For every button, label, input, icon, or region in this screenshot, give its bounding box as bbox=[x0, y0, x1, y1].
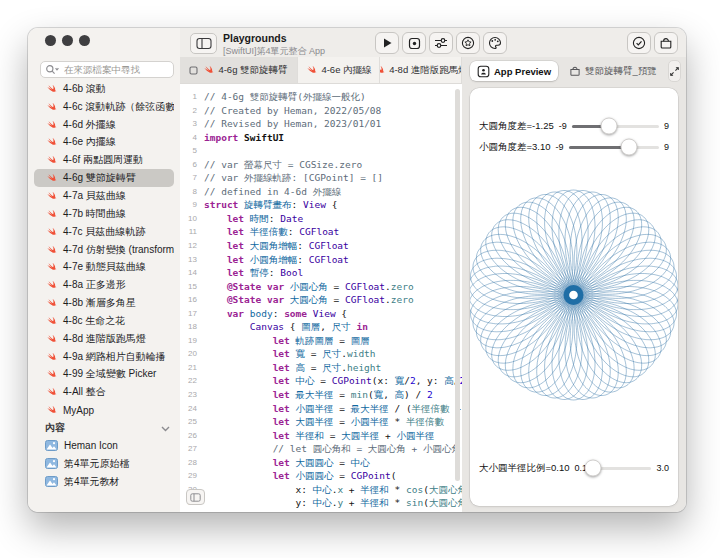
slider-thumb[interactable] bbox=[601, 118, 618, 135]
code-line: 28 let 大圓圓心 = 中心 bbox=[180, 456, 462, 470]
slider-thumb[interactable] bbox=[585, 460, 602, 477]
expand-icon bbox=[669, 66, 680, 77]
editor-tab-label: 4-6e 內擺線 bbox=[321, 64, 371, 77]
slider-max-label: 3.0 bbox=[656, 463, 669, 473]
sidebar-item-label: 4-7e 動態貝茲曲線 bbox=[63, 260, 146, 274]
slider-track[interactable] bbox=[569, 146, 659, 149]
traffic-light-close[interactable] bbox=[45, 35, 56, 46]
title-block: Playgrounds [SwiftUI]第4單元整合 App bbox=[223, 32, 325, 58]
titlebar: Playgrounds [SwiftUI]第4單元整合 App bbox=[180, 28, 686, 58]
line-number: 4 bbox=[180, 131, 197, 145]
sidebar-item[interactable]: 4-6b 滾動 bbox=[34, 80, 174, 98]
sidebar-item[interactable]: Heman Icon bbox=[34, 437, 174, 455]
sidebar-item-label: 4-7a 貝茲曲線 bbox=[63, 189, 126, 203]
line-number: 14 bbox=[180, 266, 197, 280]
line-number: 20 bbox=[180, 347, 197, 361]
chevron-down-icon bbox=[161, 425, 170, 432]
sidebar-item[interactable]: 4-7e 動態貝茲曲線 bbox=[34, 258, 174, 276]
sidebar-item[interactable]: 4-9a 網路相片自動輪播 bbox=[34, 348, 174, 366]
star-circle-icon bbox=[461, 36, 475, 50]
code-editor[interactable]: 1// 4-6g 雙節旋轉臂(外擺線一般化)2// Created by Hem… bbox=[180, 84, 462, 512]
sidebar-item[interactable]: 4-All 整合 bbox=[34, 383, 174, 401]
line-number: 16 bbox=[180, 293, 197, 307]
swift-icon bbox=[45, 333, 57, 345]
preview-file-tab-label: 雙節旋轉臂_預覽 bbox=[585, 65, 657, 78]
swift-icon bbox=[45, 261, 57, 273]
preview-file-tab[interactable]: 雙節旋轉臂_預覽 bbox=[562, 61, 664, 81]
project-box-button[interactable] bbox=[654, 32, 678, 54]
sidebar-item[interactable]: 第4單元原始檔 bbox=[34, 455, 174, 473]
slider-label: 大圓角度差=-1.25 bbox=[479, 120, 554, 133]
editor-scrollbar[interactable] bbox=[455, 89, 460, 481]
traffic-light-zoom[interactable] bbox=[79, 35, 90, 46]
sidebar-item[interactable]: 第4單元教材 bbox=[34, 473, 174, 491]
code-line: 1// 4-6g 雙節旋轉臂(外擺線一般化) bbox=[180, 90, 462, 104]
app-preview-tab[interactable]: App Preview bbox=[470, 61, 558, 81]
stop-preview-button[interactable] bbox=[402, 32, 426, 54]
slider-track[interactable] bbox=[592, 467, 651, 470]
palette-button[interactable] bbox=[483, 32, 507, 54]
check-circle-icon bbox=[632, 36, 646, 50]
sidebar-item[interactable]: 4-8b 漸層多角星 bbox=[34, 294, 174, 312]
editor-tab[interactable]: 4-6g 雙節旋轉臂 bbox=[180, 57, 298, 83]
sidebar-item[interactable]: 4-7d 仿射變換 (transform) bbox=[34, 241, 174, 259]
code-line: 18 Canvas { 圖層, 尺寸 in bbox=[180, 320, 462, 334]
validate-button[interactable] bbox=[627, 32, 651, 54]
preview-pane: App Preview 雙節旋轉臂_預覽 bbox=[462, 57, 686, 512]
sidebar-item[interactable]: 4-7a 貝茲曲線 bbox=[34, 187, 174, 205]
sidebar-search[interactable] bbox=[40, 61, 174, 78]
editor-tab[interactable]: 4-6e 內擺線 bbox=[298, 57, 380, 83]
content-section-header[interactable]: 內容 bbox=[45, 419, 170, 437]
code-line: 12 let 大圓角增幅: CGFloat bbox=[180, 239, 462, 253]
editor-tab-label: 4-6g 雙節旋轉臂 bbox=[218, 64, 287, 77]
sidebar-item[interactable]: 4-8c 生命之花 bbox=[34, 312, 174, 330]
editor-tab-label: 4-8d 進階版跑馬燈 bbox=[389, 64, 462, 77]
slider-label: 大小圓半徑比例=0.10 bbox=[479, 462, 570, 475]
code-line: 25 let 大圓半徑 = 小圓半徑 * 半徑倍數 bbox=[180, 415, 462, 429]
sidebar-item-label: 4-All 整合 bbox=[63, 385, 106, 399]
code-line: 4import SwiftUI bbox=[180, 131, 462, 145]
slider-row: 大小圓半徑比例=0.100.13.0 bbox=[479, 459, 669, 477]
editor-tab[interactable]: 4-8d 進階版跑馬燈 bbox=[380, 57, 462, 83]
line-number: 21 bbox=[180, 361, 197, 375]
line-number: 2 bbox=[180, 104, 197, 118]
sidebar-item[interactable]: MyApp bbox=[34, 401, 174, 419]
traffic-light-minimize[interactable] bbox=[62, 35, 73, 46]
sidebar-item[interactable]: 4-6g 雙節旋轉臂 bbox=[34, 169, 174, 187]
expand-preview-button[interactable] bbox=[668, 60, 681, 82]
sidebar-item[interactable]: 4-6e 內擺線 bbox=[34, 134, 174, 152]
slider-track[interactable] bbox=[572, 125, 659, 128]
line-number: 9 bbox=[180, 198, 197, 212]
sidebar-item-label: MyApp bbox=[63, 405, 94, 416]
editor-panel-toggle-button[interactable] bbox=[186, 489, 205, 505]
line-number: 12 bbox=[180, 239, 197, 253]
sidebar-item-label: 4-7c 貝茲曲線軌跡 bbox=[63, 225, 145, 239]
adjustments-button[interactable] bbox=[429, 32, 453, 54]
playgrounds-window: 4-6b 滾動4-6c 滾動軌跡（餘弦函數）4-6d 外擺線4-6e 內擺線4-… bbox=[28, 28, 686, 512]
slider-thumb[interactable] bbox=[621, 139, 638, 156]
project-box-icon bbox=[659, 36, 673, 50]
sidebar-item[interactable]: 4-6c 滾動軌跡（餘弦函數） bbox=[34, 98, 174, 116]
code-line: 20 let 寬 = 尺寸.width bbox=[180, 347, 462, 361]
app-subtitle: [SwiftUI]第4單元整合 App bbox=[223, 45, 325, 58]
run-button[interactable] bbox=[375, 32, 399, 54]
sidebar-item[interactable]: 4-6d 外擺線 bbox=[34, 116, 174, 134]
sidebar-item[interactable]: 4-7b 時間曲線 bbox=[34, 205, 174, 223]
sidebar-item[interactable]: 4-99 全域變數 Picker bbox=[34, 366, 174, 384]
sidebar-item[interactable]: 4-8d 進階版跑馬燈 bbox=[34, 330, 174, 348]
line-number: 22 bbox=[180, 374, 197, 388]
code-line: 17 var body: some View { bbox=[180, 307, 462, 321]
sidebar-item[interactable]: 4-8a 正多邊形 bbox=[34, 276, 174, 294]
sidebar-item[interactable]: 4-7c 貝茲曲線軌跡 bbox=[34, 223, 174, 241]
sidebar-item-label: 4-8b 漸層多角星 bbox=[63, 296, 136, 310]
sidebar-item[interactable]: 4-6f 兩點圓周運動 bbox=[34, 151, 174, 169]
sidebar-item-label: 4-6d 外擺線 bbox=[63, 118, 116, 132]
search-input[interactable] bbox=[62, 63, 169, 76]
slider-min-label: -9 bbox=[556, 142, 564, 152]
line-number: 11 bbox=[180, 225, 197, 239]
swift-icon bbox=[45, 244, 57, 256]
sidebar-toggle-button[interactable] bbox=[190, 33, 217, 54]
line-number: 26 bbox=[180, 429, 197, 443]
star-button[interactable] bbox=[456, 32, 480, 54]
swift-icon bbox=[45, 119, 57, 131]
